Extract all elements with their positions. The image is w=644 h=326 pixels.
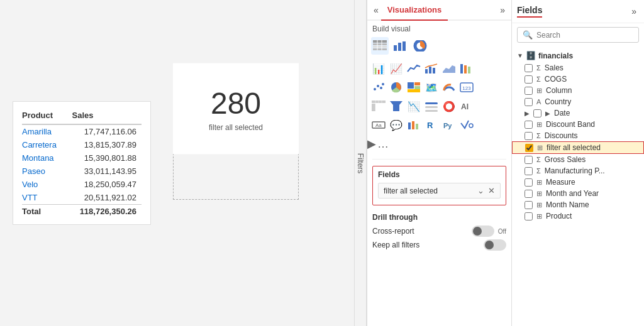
tree-item[interactable]: ⊞ Month Name <box>512 199 644 210</box>
field-checkbox[interactable] <box>525 132 533 140</box>
viz-icon-clustered-bar[interactable]: 📊 <box>370 60 387 77</box>
search-input[interactable] <box>536 31 633 40</box>
viz-icon-matrix[interactable] <box>370 97 387 115</box>
viz-icon-text-box[interactable]: Aa <box>370 116 387 134</box>
viz-icon-slicer[interactable] <box>423 97 440 115</box>
table-icon: ⊞ <box>536 212 542 220</box>
sigma-icon: Σ <box>536 64 541 72</box>
tree-item[interactable]: ⊞ Month and Year <box>512 188 644 199</box>
field-checkbox[interactable] <box>525 144 533 152</box>
fields-tree: ▼ 🗄️ financials Σ Sales Σ COGS ⊞ Column … <box>512 46 644 326</box>
field-remove-icon[interactable]: ✕ <box>488 186 495 195</box>
field-drop-area[interactable]: filter all selected ⌄ ✕ <box>378 183 501 198</box>
keep-all-filters-toggle[interactable] <box>484 239 506 251</box>
viz-panel-collapse-left[interactable]: « <box>371 3 381 18</box>
viz-icon-card-viz[interactable]: 123 <box>458 79 475 96</box>
tree-item[interactable]: A Country <box>512 96 644 107</box>
field-checkbox[interactable] <box>525 212 533 220</box>
field-checkbox[interactable] <box>525 201 533 209</box>
field-checkbox[interactable] <box>525 190 533 198</box>
svg-rect-7 <box>398 43 401 51</box>
tree-item[interactable]: Σ COGS <box>512 73 644 85</box>
cross-report-toggle[interactable] <box>472 225 494 237</box>
svg-point-45 <box>469 124 473 128</box>
table-icon: ⊞ <box>536 178 542 187</box>
viz-icon-line[interactable] <box>405 60 423 77</box>
tree-item[interactable]: Σ Sales <box>512 62 644 73</box>
table-row: VTT20,511,921.02 <box>22 191 142 205</box>
tree-group-header[interactable]: ▼ 🗄️ financials <box>512 49 644 62</box>
field-checkbox[interactable] <box>525 87 533 95</box>
cell-product: Carretera <box>22 138 72 151</box>
viz-icon-gauge[interactable] <box>440 79 458 96</box>
svg-rect-40 <box>408 122 411 129</box>
viz-icon-python[interactable]: Py <box>440 116 458 134</box>
field-checkbox[interactable] <box>533 109 541 117</box>
viz-icon-stacked-bar[interactable]: 📈 <box>387 60 405 77</box>
tree-item[interactable]: ⊞ Measure <box>512 177 644 188</box>
viz-icon-shape[interactable]: ⭕ <box>440 97 458 115</box>
tab-visualizations[interactable]: Visualizations <box>381 0 448 21</box>
field-chevron-icon[interactable]: ⌄ <box>477 186 484 195</box>
svg-rect-10 <box>425 69 428 73</box>
cell-sales: 33,011,143.95 <box>72 165 142 178</box>
tree-item-label: Country <box>545 97 571 106</box>
viz-icon-bar-chart2[interactable] <box>405 116 423 134</box>
viz-icon-comment[interactable]: 💬 <box>387 116 405 134</box>
viz-icon-funnel[interactable] <box>387 97 405 115</box>
tree-item[interactable]: ⊞ Discount Band <box>512 119 644 130</box>
field-checkbox[interactable] <box>525 121 533 129</box>
canvas-area: Product Sales Amarilla17,747,116.06Carre… <box>0 0 354 326</box>
field-checkbox[interactable] <box>525 167 533 175</box>
viz-icon-combo[interactable] <box>423 60 440 77</box>
viz-icon-custom[interactable] <box>458 116 475 134</box>
field-checkbox[interactable] <box>525 178 533 187</box>
viz-panel-expand-right[interactable]: » <box>497 3 508 18</box>
viz-icon-table[interactable] <box>371 37 389 55</box>
svg-rect-23 <box>414 82 420 85</box>
field-checkbox[interactable] <box>525 75 533 84</box>
field-checkbox[interactable] <box>525 156 533 164</box>
svg-rect-11 <box>429 67 431 73</box>
viz-icon-donut[interactable] <box>411 37 429 55</box>
viz-icon-ai[interactable]: AI <box>458 97 475 115</box>
field-checkbox[interactable] <box>525 98 533 106</box>
tree-item[interactable]: Σ Discounts <box>512 130 644 141</box>
svg-rect-41 <box>412 121 414 129</box>
viz-icon-ribbon[interactable] <box>458 60 475 77</box>
cross-report-row: Cross-report Off <box>372 225 506 237</box>
svg-rect-24 <box>414 86 420 89</box>
tree-item-label: Month Name <box>546 200 589 209</box>
drill-through-section: Drill through Cross-report Off Keep all … <box>367 209 511 254</box>
build-visual-label: Build visual <box>367 21 511 36</box>
tree-item[interactable]: Σ Manufacturing P... <box>512 165 644 177</box>
col-sales: Sales <box>72 108 142 124</box>
viz-icon-treemap[interactable] <box>405 79 423 96</box>
viz-icon-bar[interactable] <box>391 37 409 55</box>
viz-icon-more[interactable]: ▶… <box>370 135 387 153</box>
viz-icon-map[interactable]: 🗺️ <box>423 79 440 96</box>
tree-item[interactable]: Σ Gross Sales <box>512 154 644 165</box>
field-checkbox[interactable] <box>525 64 533 72</box>
tree-item-label: Gross Sales <box>545 155 586 164</box>
viz-icon-r[interactable]: R <box>423 116 440 134</box>
svg-marker-13 <box>443 65 455 73</box>
tree-item[interactable]: ⊞ filter all selected <box>512 141 644 154</box>
viz-icon-scatter[interactable] <box>370 79 387 96</box>
viz-icon-area[interactable] <box>440 60 458 77</box>
table-row: Carretera13,815,307.89 <box>22 138 142 151</box>
tree-item[interactable]: ⊞ Product <box>512 210 644 222</box>
viz-icon-kpi[interactable]: 📉 <box>405 97 423 115</box>
cell-sales: 17,747,116.06 <box>72 124 142 138</box>
cell-sales: 18,250,059.47 <box>72 178 142 191</box>
total-row: Total118,726,350.26 <box>22 205 142 219</box>
fields-panel-expand[interactable]: » <box>629 4 639 19</box>
svg-rect-2 <box>373 46 387 48</box>
viz-icon-pie[interactable] <box>387 79 405 96</box>
tree-item[interactable]: ▶ ▶ Date <box>512 107 644 119</box>
filters-sidebar[interactable]: Filters <box>354 0 367 326</box>
search-box[interactable]: 🔍 <box>517 27 639 43</box>
tree-item[interactable]: ⊞ Column <box>512 85 644 96</box>
keep-all-filters-label: Keep all filters <box>372 241 419 249</box>
table-icon: ⊞ <box>537 144 543 152</box>
